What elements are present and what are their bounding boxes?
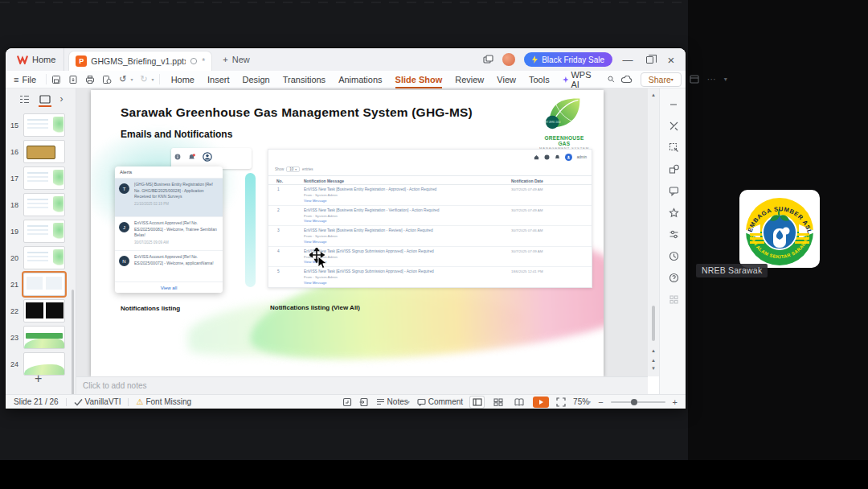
notes-button[interactable]: Notes ▾ [376,397,410,406]
tab-tools[interactable]: Tools [529,75,550,84]
document-scrollbar[interactable]: ▴ ▴ ▴ ▾ [648,88,659,376]
scroll-down-icon[interactable]: ▴ [648,347,659,354]
redo-caret-icon[interactable]: ▾ [152,76,154,82]
zoom-out-button[interactable]: − [598,397,603,407]
zoom-slider[interactable] [611,401,665,403]
history-clock-icon[interactable] [667,249,680,262]
zoom-slider-handle[interactable] [631,399,637,405]
normal-view-button[interactable] [470,397,484,408]
tab-design[interactable]: Design [242,75,269,84]
outline-view-icon[interactable] [19,95,30,104]
collapse-sidebar-icon[interactable] [667,98,680,111]
slide-sorter-view-button[interactable] [491,397,505,408]
alert-item[interactable]: J EnVISS Account Approved [Ref No. ES/20… [115,217,223,251]
task-window-icon[interactable] [342,397,352,407]
thumbnail-card[interactable] [23,273,65,296]
wps-home-tab[interactable]: Home [14,48,64,71]
start-slideshow-button[interactable] [533,397,549,408]
view-message-link[interactable]: View Message [304,219,326,223]
thumbnail-card[interactable] [23,113,65,137]
fullscreen-icon[interactable] [556,397,566,407]
wps-ai-button[interactable]: WPS AI [563,70,595,89]
previous-slide-icon[interactable]: ▴ [648,357,659,364]
file-menu-button[interactable]: ≡ File [14,75,36,84]
cloud-sync-icon[interactable] [621,76,633,84]
collapse-ribbon-icon[interactable]: ▾ [724,76,727,83]
comment-button[interactable]: Comment [417,397,463,406]
redo-button[interactable]: ↻ [140,74,147,84]
export-pdf-icon[interactable] [68,75,78,84]
slide-thumbnail-20[interactable]: 20 [6,245,76,270]
account-avatar[interactable] [502,53,515,66]
minimize-button[interactable]: — [621,54,634,66]
undo-button[interactable]: ↺ [119,74,126,84]
slide-canvas[interactable]: Sarawak Greenhouse Gas Management System… [91,90,604,376]
maximize-button[interactable] [643,54,656,66]
document-tab[interactable]: P GHGMS_Briefing_v1.pptx * [69,51,211,71]
view-message-link[interactable]: View Message [304,240,326,244]
comment-panel-icon[interactable] [667,184,680,197]
table-row[interactable]: 3 EnVISS New Task [Business Entity Regis… [268,226,592,247]
format-tools-icon[interactable] [667,119,680,132]
thumbnail-card[interactable] [23,299,65,323]
tab-view[interactable]: View [497,75,516,84]
close-button[interactable]: × [665,53,678,67]
thumbnail-card[interactable] [23,326,65,349]
panel-scrollbar[interactable] [72,290,74,398]
window-mode-icon[interactable] [483,55,493,64]
table-row[interactable]: 2 EnVISS New Task [Business Entity Regis… [268,206,592,227]
view-message-link[interactable]: View Message [304,281,326,285]
zoom-level[interactable]: 75% ▾ [573,397,591,406]
slide-thumbnail-23[interactable]: 23 [6,325,76,350]
apps-grid-icon[interactable] [667,293,680,306]
font-missing-warning[interactable]: ⚠ Font Missing [136,397,191,406]
collapse-panel-icon[interactable]: › [60,93,63,105]
slide-thumbnail-17[interactable]: 17 [6,166,76,191]
table-row[interactable]: 1 EnVISS New Task [Business Entity Regis… [268,185,592,206]
tab-home[interactable]: Home [171,75,194,84]
tab-transitions[interactable]: Transitions [283,75,326,84]
black-friday-sale-button[interactable]: Black Friday Sale [524,52,612,67]
scrollbar-thumb[interactable] [652,306,655,341]
import-notes-icon[interactable] [359,397,369,407]
slide-thumbnail-16[interactable]: 16 [6,139,76,164]
save-icon[interactable] [51,75,61,84]
print-preview-icon[interactable] [102,75,112,84]
ribbon-layout-icon[interactable] [690,75,699,84]
print-icon[interactable] [85,75,95,84]
undo-caret-icon[interactable]: ▾ [130,76,133,82]
text-select-icon[interactable] [667,141,680,154]
slide-thumbnail-21-selected[interactable]: 21 [6,272,76,297]
slide-thumbnail-19[interactable]: 19 [6,219,76,244]
notes-bar[interactable]: Click to add notes [76,376,648,394]
alert-item[interactable]: T [GHG-MS] Business Entity Registration … [115,179,223,217]
thumbnail-card[interactable] [23,140,65,163]
view-message-link[interactable]: View Message [304,199,326,203]
entries-select[interactable]: 10 ▾ [286,166,300,172]
thumbnail-card[interactable] [23,220,65,243]
thumbnail-card[interactable] [23,246,65,269]
scroll-up-icon[interactable]: ▴ [648,92,659,98]
thumbnail-card[interactable] [23,352,65,376]
spellcheck-language[interactable]: VanillaVTI [74,397,121,406]
reading-view-button[interactable] [512,397,526,408]
slide-thumbnail-15[interactable]: 15 [6,113,76,138]
settings-sliders-icon[interactable] [667,228,680,240]
slide-view-icon[interactable] [39,95,51,104]
tab-animations[interactable]: Animations [338,75,382,84]
share-button[interactable]: Share ▾ [641,72,682,87]
slide-thumbnail-22[interactable]: 22 [6,298,76,323]
zoom-in-button[interactable]: + [673,397,678,407]
help-circle-icon[interactable] [667,271,680,284]
search-icon[interactable] [608,75,615,84]
alert-item[interactable]: N EnVISS Account Approved [Ref No. ES/20… [115,251,223,280]
tab-review[interactable]: Review [455,75,484,84]
next-slide-icon[interactable]: ▾ [648,365,659,372]
slide-thumbnail-18[interactable]: 18 [6,192,76,217]
thumbnail-card[interactable] [23,166,65,190]
shapes-icon[interactable] [667,162,680,175]
star-favorites-icon[interactable] [667,206,680,219]
tab-insert[interactable]: Insert [207,75,230,84]
thumbnail-card[interactable] [23,193,65,216]
add-slide-button[interactable]: + [35,372,42,386]
